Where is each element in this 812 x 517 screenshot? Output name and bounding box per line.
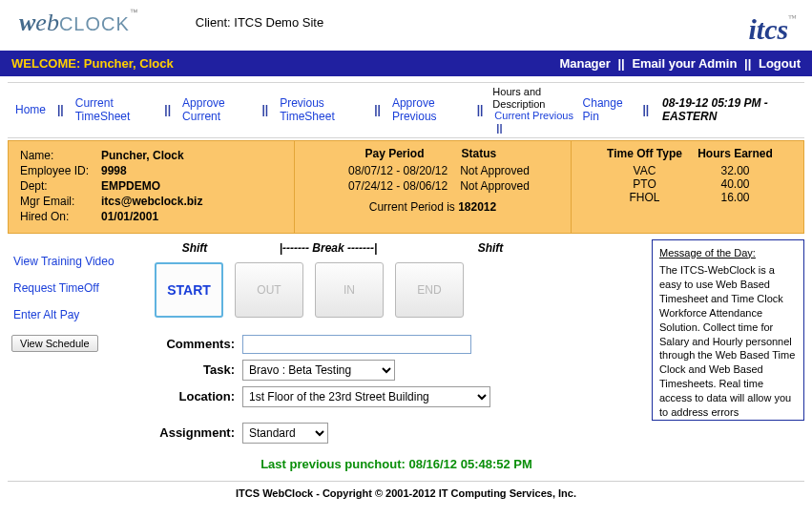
motd-body: The ITCS-WebClock is a easy to use Web B… (659, 264, 795, 420)
nav-approve-current[interactable]: Approve Current (180, 94, 252, 125)
emp-hired: 01/01/2001 (101, 210, 158, 223)
request-timeoff-link[interactable]: Request TimeOff (13, 281, 141, 295)
task-select[interactable]: Bravo : Beta Testing (242, 360, 395, 381)
payperiod-info: Pay PeriodStatus 08/07/12 - 08/20/12Not … (295, 141, 572, 233)
emp-id-label: Employee ID: (20, 164, 101, 177)
in-button[interactable]: IN (315, 262, 384, 318)
manager-link[interactable]: Manager (559, 56, 610, 71)
view-training-video-link[interactable]: View Training Video (13, 255, 141, 268)
message-of-day: Message of the Day: The ITCS-WebClock is… (652, 239, 804, 421)
comments-input[interactable] (242, 335, 471, 354)
comments-label: Comments: (147, 337, 242, 351)
webclock-logo: webCLOCK™ (19, 8, 138, 37)
emp-mgr-email[interactable]: itcs@webclock.biz (101, 195, 202, 208)
nav-home[interactable]: Home (13, 101, 48, 118)
to-row: VAC32.00 (583, 164, 792, 177)
emp-dept-label: Dept: (20, 179, 101, 193)
pp-row: 07/24/12 - 08/06/12Not Approved (306, 179, 559, 193)
side-links: View Training Video Request TimeOff Ente… (8, 239, 141, 471)
emp-mgr-label: Mgr Email: (20, 195, 101, 208)
pp-row: 08/07/12 - 08/20/12Not Approved (306, 164, 559, 177)
employee-info: Name:Puncher, Clock Employee ID:9998 Dep… (9, 141, 295, 233)
start-button[interactable]: START (155, 262, 223, 318)
break-label: |------- Break -------| (242, 241, 414, 255)
assignment-select[interactable]: Standard (242, 423, 328, 444)
nav-current-previous[interactable]: Current Previous (492, 108, 575, 123)
punch-area: Shift |------- Break -------| Shift STAR… (147, 239, 646, 471)
welcome-text: WELCOME: Puncher, Clock (11, 56, 174, 71)
emp-dept: EMPDEMO (101, 179, 160, 193)
nav-timestamp: 08-19-12 05:19 PM - EASTERN (662, 96, 799, 123)
welcome-actions: Manager || Email your Admin || Logout (559, 56, 801, 71)
nav-hours-desc: Hours and Description Current Previous |… (492, 86, 576, 134)
task-label: Task: (147, 362, 242, 377)
enter-alt-pay-link[interactable]: Enter Alt Pay (13, 308, 141, 321)
shift-label-right: Shift (414, 241, 567, 255)
emp-id: 9998 (101, 164, 127, 177)
emp-hired-label: Hired On: (20, 210, 101, 223)
client-label: Client: ITCS Demo Site (196, 15, 323, 30)
shift-label-left: Shift (147, 241, 242, 255)
to-head-hours: Hours Earned (693, 147, 779, 160)
main-body: View Training Video Request TimeOff Ente… (8, 239, 804, 471)
logout-link[interactable]: Logout (759, 56, 801, 71)
welcome-bar: WELCOME: Puncher, Clock Manager || Email… (0, 51, 812, 76)
to-row: PTO40.00 (583, 177, 792, 191)
assignment-label: Assignment: (147, 425, 242, 440)
pp-current: Current Period is 182012 (306, 200, 559, 214)
shift-header: Shift |------- Break -------| Shift (147, 241, 646, 255)
to-head-type: Time Off Type (597, 147, 693, 160)
last-punchout: Last previous punchout: 08/16/12 05:48:5… (147, 457, 646, 471)
nav-previous-timesheet[interactable]: Previous TimeSheet (278, 94, 364, 125)
view-schedule-button[interactable]: View Schedule (11, 335, 98, 352)
location-select[interactable]: 1st Floor of the 23rd Street Building (242, 386, 490, 407)
location-label: Location: (147, 389, 242, 403)
pp-head-period: Pay Period (328, 147, 462, 160)
nav-current-timesheet[interactable]: Current TimeSheet (73, 94, 156, 125)
motd-title: Message of the Day: (659, 246, 797, 260)
emp-name-label: Name: (20, 149, 101, 162)
nav-change-pin[interactable]: Change Pin (581, 94, 634, 125)
pp-head-status: Status (462, 147, 538, 160)
nav-bar: Home|| Current TimeSheet|| Approve Curre… (8, 82, 804, 138)
punch-buttons: START OUT IN END (155, 262, 646, 318)
nav-approve-previous[interactable]: Approve Previous (390, 94, 468, 125)
email-admin-link[interactable]: Email your Admin (632, 56, 737, 71)
emp-name: Puncher, Clock (101, 149, 184, 162)
punch-form: Comments: Task: Bravo : Beta Testing Loc… (147, 335, 646, 444)
itcs-logo: itcs™ (749, 13, 798, 46)
info-panel: Name:Puncher, Clock Employee ID:9998 Dep… (8, 140, 804, 234)
out-button[interactable]: OUT (235, 262, 303, 318)
timeoff-info: Time Off TypeHours Earned VAC32.00 PTO40… (572, 141, 803, 233)
end-button[interactable]: END (395, 262, 464, 318)
to-row: FHOL16.00 (583, 191, 792, 204)
top-header: webCLOCK™ Client: ITCS Demo Site itcs™ (0, 0, 812, 51)
footer: ITCS WebClock - Copyright © 2001-2012 IT… (8, 481, 804, 499)
